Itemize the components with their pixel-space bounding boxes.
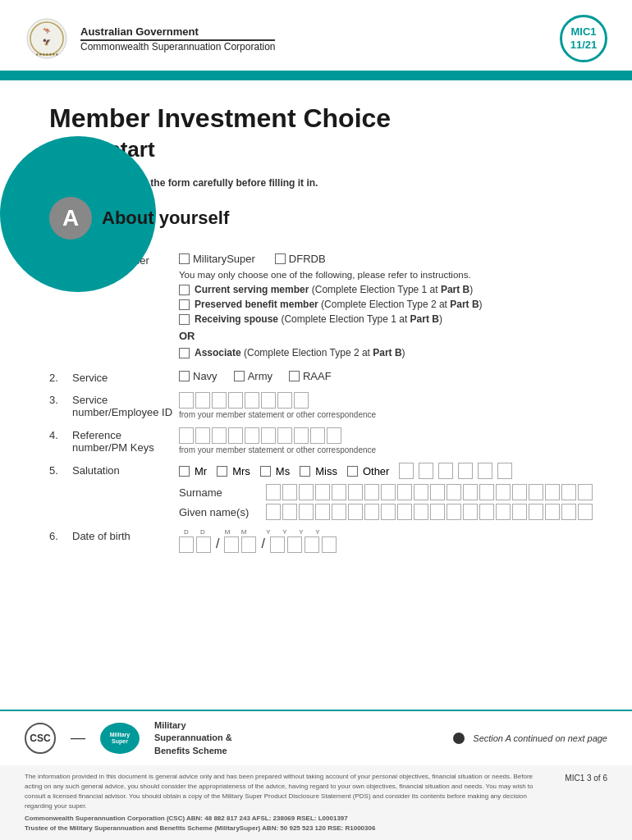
sn-cell-1[interactable] bbox=[179, 392, 194, 409]
army-checkbox[interactable] bbox=[234, 371, 245, 381]
dob-d2[interactable] bbox=[196, 536, 211, 553]
field6-label: Date of birth bbox=[72, 528, 179, 542]
svg-text:🦅: 🦅 bbox=[43, 38, 51, 46]
other-cell-4[interactable] bbox=[458, 463, 473, 479]
gn-c7[interactable] bbox=[364, 504, 379, 520]
navy-checkbox[interactable] bbox=[179, 371, 190, 381]
other-checkbox[interactable] bbox=[347, 466, 358, 477]
gov-text: Australian Government Commonwealth Super… bbox=[80, 25, 275, 52]
sur-c17[interactable] bbox=[529, 484, 543, 500]
gn-c4[interactable] bbox=[315, 504, 330, 520]
other-cell-1[interactable] bbox=[399, 463, 414, 479]
gn-c13[interactable] bbox=[463, 504, 478, 520]
mr-checkbox[interactable] bbox=[179, 466, 190, 477]
ms-checkbox[interactable] bbox=[260, 466, 271, 477]
disclaimer-text: The information provided in this documen… bbox=[25, 772, 565, 833]
sur-c9[interactable] bbox=[397, 484, 412, 500]
sur-c16[interactable] bbox=[512, 484, 527, 500]
givennames-label: Given name(s) bbox=[179, 506, 261, 518]
gn-c15[interactable] bbox=[496, 504, 511, 520]
section-a-header: A About yourself bbox=[49, 194, 583, 240]
rn-cell-1[interactable] bbox=[179, 427, 194, 444]
sur-c6[interactable] bbox=[348, 484, 363, 500]
gn-c1[interactable] bbox=[266, 504, 281, 520]
mrs-checkbox[interactable] bbox=[217, 466, 227, 477]
option4-checkbox[interactable] bbox=[179, 348, 190, 358]
sur-c7[interactable] bbox=[364, 484, 379, 500]
sur-c11[interactable] bbox=[430, 484, 445, 500]
militarysuper-checkbox[interactable] bbox=[179, 253, 190, 264]
rn-cell-8[interactable] bbox=[294, 427, 309, 444]
rn-cell-2[interactable] bbox=[195, 427, 210, 444]
dob-y3[interactable] bbox=[305, 536, 319, 553]
dob-y2[interactable] bbox=[287, 536, 302, 553]
gn-c3[interactable] bbox=[299, 504, 314, 520]
sur-c18[interactable] bbox=[545, 484, 560, 500]
gn-c9[interactable] bbox=[397, 504, 412, 520]
sn-cell-7[interactable] bbox=[277, 392, 292, 409]
surname-cells bbox=[266, 484, 593, 500]
gn-c8[interactable] bbox=[381, 504, 396, 520]
rn-cell-4[interactable] bbox=[228, 427, 243, 444]
sn-cell-2[interactable] bbox=[195, 392, 210, 409]
dob-y4-label: Y bbox=[310, 528, 325, 536]
gn-c10[interactable] bbox=[414, 504, 428, 520]
gn-c2[interactable] bbox=[282, 504, 297, 520]
other-cell-2[interactable] bbox=[419, 463, 433, 479]
rn-cell-10[interactable] bbox=[327, 427, 341, 444]
dob-m2[interactable] bbox=[241, 536, 256, 553]
gn-c12[interactable] bbox=[447, 504, 461, 520]
option2-checkbox[interactable] bbox=[179, 299, 190, 310]
sn-cell-4[interactable] bbox=[228, 392, 243, 409]
sur-c4[interactable] bbox=[315, 484, 330, 500]
sur-c20[interactable] bbox=[578, 484, 593, 500]
dob-y4[interactable] bbox=[322, 536, 337, 553]
gn-c11[interactable] bbox=[430, 504, 445, 520]
option1-checkbox[interactable] bbox=[179, 285, 190, 295]
rn-cell-6[interactable] bbox=[261, 427, 276, 444]
sur-c1[interactable] bbox=[266, 484, 281, 500]
sn-cell-8[interactable] bbox=[294, 392, 309, 409]
other-cell-5[interactable] bbox=[478, 463, 492, 479]
sur-c13[interactable] bbox=[463, 484, 478, 500]
sur-c15[interactable] bbox=[496, 484, 511, 500]
page-number: MIC1 3 of 6 bbox=[565, 772, 607, 784]
sur-c8[interactable] bbox=[381, 484, 396, 500]
gn-c16[interactable] bbox=[512, 504, 527, 520]
rn-cell-3[interactable] bbox=[212, 427, 227, 444]
sur-c3[interactable] bbox=[299, 484, 314, 500]
sur-c2[interactable] bbox=[282, 484, 297, 500]
other-cell-3[interactable] bbox=[438, 463, 453, 479]
gn-c20[interactable] bbox=[578, 504, 593, 520]
raaf-checkbox[interactable] bbox=[289, 371, 300, 381]
dob-d1[interactable] bbox=[179, 536, 194, 553]
option3-checkbox[interactable] bbox=[179, 314, 190, 325]
miss-checkbox[interactable] bbox=[300, 466, 310, 477]
sn-cell-6[interactable] bbox=[261, 392, 276, 409]
gn-c5[interactable] bbox=[332, 504, 346, 520]
rn-cell-9[interactable] bbox=[310, 427, 325, 444]
military-super-logo: Military Super bbox=[100, 723, 140, 754]
gn-c18[interactable] bbox=[545, 504, 560, 520]
sur-c19[interactable] bbox=[561, 484, 576, 500]
dob-y1[interactable] bbox=[270, 536, 285, 553]
sur-c5[interactable] bbox=[332, 484, 346, 500]
other-cell-6[interactable] bbox=[497, 463, 512, 479]
rn-cell-7[interactable] bbox=[277, 427, 292, 444]
gn-c19[interactable] bbox=[561, 504, 576, 520]
gn-c17[interactable] bbox=[529, 504, 543, 520]
sur-c14[interactable] bbox=[479, 484, 494, 500]
from-statement-2: from your member statement or other corr… bbox=[179, 445, 583, 454]
gn-c14[interactable] bbox=[479, 504, 494, 520]
gov-name: Australian Government bbox=[80, 25, 275, 38]
sur-c12[interactable] bbox=[447, 484, 461, 500]
rn-cell-5[interactable] bbox=[245, 427, 259, 444]
field-salutation: 5. Salutation Mr Mrs Ms Miss Other bbox=[49, 463, 583, 520]
sn-cell-3[interactable] bbox=[212, 392, 227, 409]
sn-cell-5[interactable] bbox=[245, 392, 259, 409]
gn-c6[interactable] bbox=[348, 504, 363, 520]
dfrdb-checkbox[interactable] bbox=[275, 253, 286, 264]
dob-m1[interactable] bbox=[224, 536, 239, 553]
field5-label: Salutation bbox=[72, 463, 179, 477]
sur-c10[interactable] bbox=[414, 484, 428, 500]
